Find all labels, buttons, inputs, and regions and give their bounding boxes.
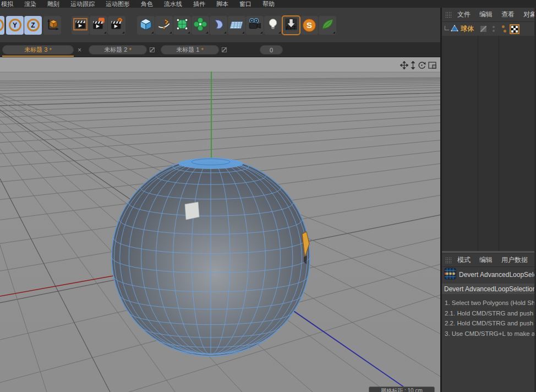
object-tree: 球体 (442, 22, 534, 251)
menu-render[interactable]: 渲染 (19, 0, 42, 8)
render-visibility-dots[interactable] (502, 25, 506, 32)
viewport-canvas[interactable] (0, 57, 440, 392)
tab-untitled-2[interactable]: 未标题 2 * (89, 45, 147, 55)
add-camera-button[interactable] (246, 16, 264, 35)
section-header[interactable]: Devert AdvancedLoopSelection (442, 284, 534, 294)
document-tabbar: 未标题 3 * × 未标题 2 * 未标题 1 * 0 (0, 43, 440, 57)
menu-pipeline[interactable]: 流水线 (158, 0, 188, 8)
pan-icon[interactable] (400, 61, 408, 69)
z-axis-lock-button[interactable]: Z (24, 16, 42, 35)
om-menu-edit[interactable]: 编辑 (475, 10, 497, 19)
plugin-title: Devert AdvancedLoopSelection (459, 271, 534, 279)
selection-tag[interactable] (510, 24, 519, 34)
floor-grid-icon (229, 17, 244, 34)
modified-star: * (129, 47, 131, 53)
attribute-manager-empty (442, 339, 534, 392)
sphere-object[interactable] (112, 158, 310, 356)
plugin-icon (444, 268, 456, 282)
plugin-instructions: 1. Select two Polygons (Hold Sh 2.1. Hol… (442, 294, 534, 339)
menu-script[interactable]: 脚本 (211, 0, 234, 8)
x-axis-icon (0, 19, 4, 31)
menubar: 模拟 渲染 雕刻 运动跟踪 运动图形 角色 流水线 插件 脚本 窗口 帮助 (0, 0, 536, 8)
object-name[interactable]: 球体 (461, 24, 474, 34)
selected-polygon-white (185, 202, 199, 220)
instruction-line: 1. Select two Polygons (Hold Sh (445, 298, 534, 308)
render-picture-viewer-icon (91, 17, 106, 34)
sketch-toon-button[interactable]: S (300, 16, 318, 35)
add-deformer-button[interactable] (210, 16, 227, 35)
rotate-icon[interactable] (418, 61, 426, 69)
instruction-line: 3. Use CMD/STRG+L to make a (445, 329, 534, 339)
cube-icon (139, 17, 153, 34)
om-menu-file[interactable]: 文件 (453, 10, 475, 19)
panel-grip-icon[interactable] (445, 12, 452, 18)
menu-mograph[interactable]: 运动图形 (100, 0, 135, 8)
add-floor-button[interactable] (228, 16, 245, 35)
zoom-icon[interactable] (411, 61, 415, 69)
sphere-object-icon[interactable] (451, 24, 458, 34)
camera-icon (248, 17, 262, 34)
visibility-dots[interactable] (493, 26, 495, 32)
menu-plugins[interactable]: 插件 (188, 0, 211, 8)
tab-detach-icon[interactable] (150, 47, 155, 52)
render-settings-button[interactable] (108, 16, 125, 35)
tab-close-button[interactable]: × (78, 47, 81, 53)
menu-help[interactable]: 帮助 (257, 0, 280, 8)
add-light-button[interactable] (264, 16, 282, 35)
add-mograph-button[interactable] (192, 16, 209, 35)
instruction-line: 2.1. Hold CMD/STRG and push u (445, 308, 534, 319)
attribute-manager-menubar: 模式 编辑 用户数据 (442, 254, 534, 267)
column-divider (478, 22, 478, 251)
y-axis-lock-button[interactable]: Y (6, 16, 24, 35)
tab-untitled-3[interactable]: 未标题 3 * (2, 45, 74, 55)
pen-icon (157, 17, 171, 34)
am-menu-mode[interactable]: 模式 (453, 255, 475, 265)
modified-star: * (201, 47, 203, 53)
add-spline-button[interactable] (155, 16, 173, 35)
gravity-arrow-icon (284, 17, 298, 34)
menu-simulate[interactable]: 模拟 (0, 0, 19, 8)
render-picture-viewer-button[interactable] (90, 16, 107, 35)
layer-counter-pill[interactable]: 0 (260, 45, 283, 55)
z-axis-icon: Z (27, 19, 40, 31)
tab-untitled-1[interactable]: 未标题 1 * (161, 45, 219, 55)
instruction-line: 2.2. Hold CMD/STRG and push l (445, 318, 534, 329)
coordinate-system-button[interactable] (43, 16, 61, 35)
add-vegetation-button[interactable] (319, 16, 336, 35)
deformer-icon (211, 17, 226, 34)
menu-sculpt[interactable]: 雕刻 (42, 0, 65, 8)
render-view-button[interactable] (72, 16, 89, 35)
grid-spacing-label: 网格标距 : 10 cm (381, 387, 423, 392)
mograph-clover-icon (193, 17, 207, 34)
active-tab-underline (2, 56, 74, 57)
tab-label: 未标题 1 (176, 46, 199, 54)
am-menu-edit[interactable]: 编辑 (475, 255, 497, 265)
viewport[interactable]: 网格标距 : 10 cm (0, 57, 440, 392)
c4d-window: 模拟 渲染 雕刻 运动跟踪 运动图形 角色 流水线 插件 脚本 窗口 帮助 Y … (0, 0, 536, 392)
om-menu-object[interactable]: 对象 (519, 10, 534, 19)
y-axis-icon: Y (9, 19, 21, 31)
am-menu-userdata[interactable]: 用户数据 (497, 255, 532, 265)
om-menu-view[interactable]: 查看 (497, 10, 519, 19)
panel-grip-icon[interactable] (445, 257, 452, 263)
layer-swatch[interactable] (480, 26, 486, 32)
tree-elbow (445, 26, 449, 30)
maximize-view-icon[interactable] (428, 62, 436, 69)
grid-spacing-tooltip: 网格标距 : 10 cm (369, 386, 435, 392)
render-view-icon (73, 17, 88, 34)
add-gravity-button[interactable] (282, 16, 300, 35)
viewport-nav (400, 61, 436, 69)
counter-label: 0 (270, 47, 273, 53)
leaf-icon (320, 17, 335, 34)
tab-detach-icon[interactable] (222, 47, 227, 52)
add-subdivision-surface-button[interactable] (173, 16, 191, 35)
modified-star: * (49, 47, 51, 53)
object-manager-menubar: 文件 编辑 查看 对象 (442, 8, 534, 22)
add-cube-button[interactable] (137, 16, 155, 35)
object-row-sphere[interactable]: 球体 (442, 22, 534, 36)
menu-motion-tracking[interactable]: 运动跟踪 (65, 0, 100, 8)
x-axis-lock-button[interactable] (0, 16, 4, 35)
menu-window[interactable]: 窗口 (234, 0, 257, 8)
column-divider (499, 22, 499, 251)
menu-character[interactable]: 角色 (135, 0, 158, 8)
